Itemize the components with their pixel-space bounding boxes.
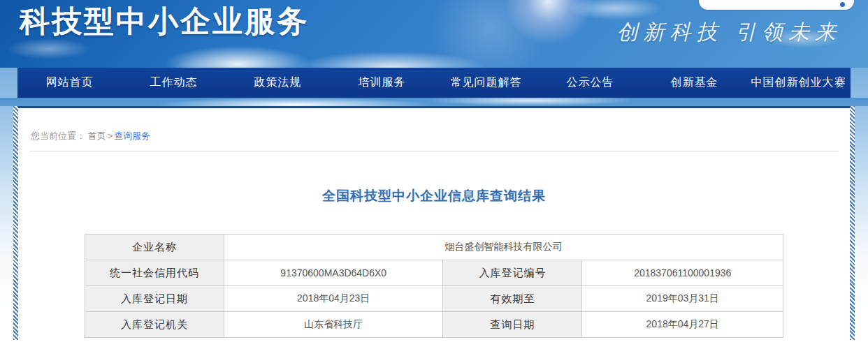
credit-code-value: 91370600MA3D64D6X0 <box>224 260 443 286</box>
nav-item-innovation-fund[interactable]: 创新基金 <box>642 68 746 98</box>
sky-strip <box>0 98 868 106</box>
site-banner: 科技型中小企业服务 创新科技 引领未来 <box>0 0 868 68</box>
nav-item-announcements[interactable]: 公示公告 <box>538 68 642 98</box>
header-search-box[interactable] <box>699 0 854 10</box>
nav-item-policy[interactable]: 政策法规 <box>226 68 330 98</box>
site-slogan: 创新科技 引领未来 <box>616 18 841 47</box>
breadcrumb-prefix: 您当前位置： <box>31 131 85 141</box>
nav-item-innovation-contest[interactable]: 中国创新创业大赛 <box>746 68 851 98</box>
nav-item-training[interactable]: 培训服务 <box>330 68 434 98</box>
breadcrumb-current-link[interactable]: 查询服务 <box>114 131 150 141</box>
credit-code-label: 统一社会信用代码 <box>85 260 224 286</box>
search-icon[interactable] <box>840 2 845 7</box>
nav-item-work-news[interactable]: 工作动态 <box>122 68 226 98</box>
breadcrumb: 您当前位置： 首页>查询服务 <box>18 108 850 142</box>
registration-number-label: 入库登记编号 <box>443 260 582 286</box>
table-row: 入库登记机关 山东省科技厅 查询日期 2018年04月27日 <box>85 312 783 338</box>
table-row: 入库登记日期 2018年04月23日 有效期至 2019年03月31日 <box>85 286 783 312</box>
registration-date-value: 2018年04月23日 <box>224 286 443 312</box>
company-name-value: 烟台盛创智能科技有限公司 <box>224 235 783 260</box>
breadcrumb-separator: > <box>108 131 113 141</box>
table-row: 企业名称 烟台盛创智能科技有限公司 <box>85 235 783 260</box>
main-nav: 网站首页 工作动态 政策法规 培训服务 常见问题解答 公示公告 创新基金 中国创… <box>17 68 851 98</box>
breadcrumb-home-link[interactable]: 首页 <box>88 131 106 141</box>
nav-item-faq[interactable]: 常见问题解答 <box>434 68 538 98</box>
registration-number-value: 201837061100001936 <box>582 260 783 286</box>
query-date-label: 查询日期 <box>443 312 582 338</box>
valid-until-value: 2019年03月31日 <box>582 286 783 312</box>
registration-date-label: 入库登记日期 <box>85 286 224 312</box>
page-title: 全国科技型中小企业信息库查询结果 <box>18 187 850 205</box>
site-title: 科技型中小企业服务 <box>20 1 309 42</box>
registration-authority-label: 入库登记机关 <box>85 312 224 338</box>
company-name-label: 企业名称 <box>85 235 224 260</box>
nav-item-home[interactable]: 网站首页 <box>17 68 122 98</box>
query-result-table: 企业名称 烟台盛创智能科技有限公司 统一社会信用代码 91370600MA3D6… <box>85 234 783 338</box>
content-panel: 您当前位置： 首页>查询服务 全国科技型中小企业信息库查询结果 企业名称 烟台盛… <box>18 106 850 340</box>
query-date-value: 2018年04月27日 <box>582 312 783 338</box>
table-row: 统一社会信用代码 91370600MA3D64D6X0 入库登记编号 20183… <box>85 260 783 286</box>
registration-authority-value: 山东省科技厅 <box>224 312 443 338</box>
breadcrumb-divider <box>29 151 839 151</box>
valid-until-label: 有效期至 <box>443 286 582 312</box>
